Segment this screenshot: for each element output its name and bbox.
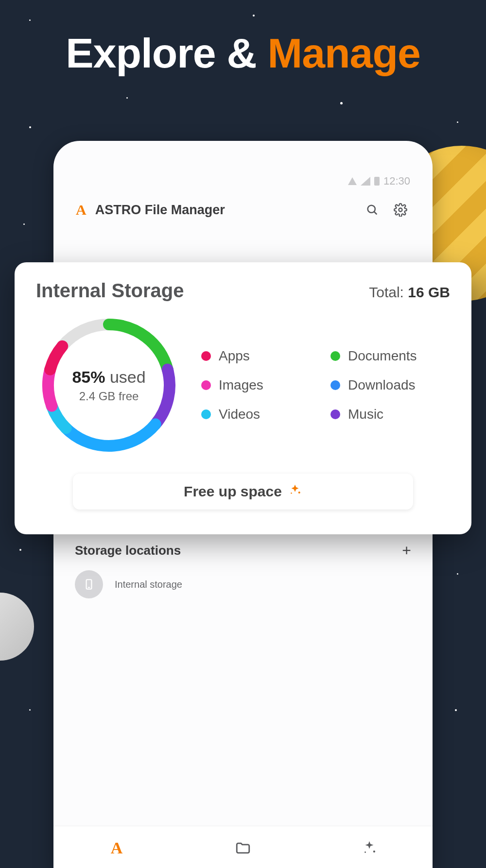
legend-label: Music xyxy=(348,407,383,422)
sparkle-icon xyxy=(361,840,378,856)
legend-label: Videos xyxy=(219,407,260,422)
legend-label: Images xyxy=(219,377,263,393)
wifi-icon xyxy=(348,177,357,185)
legend-dot-icon xyxy=(201,409,211,419)
signal-icon xyxy=(361,177,370,186)
nav-files-button[interactable] xyxy=(233,838,253,858)
folder-icon xyxy=(235,840,251,856)
app-logo-icon: A xyxy=(76,202,87,218)
svg-point-18 xyxy=(364,851,366,853)
app-logo-icon: A xyxy=(111,839,123,857)
legend-dot-icon xyxy=(330,380,340,390)
legend-label: Apps xyxy=(219,348,250,364)
add-location-button[interactable]: + xyxy=(402,542,411,560)
search-button[interactable] xyxy=(363,200,382,220)
location-row[interactable]: Internal storage xyxy=(69,567,417,601)
svg-line-1 xyxy=(374,212,377,215)
app-title: ASTRO File Manager xyxy=(95,203,354,218)
free-up-space-label: Free up space xyxy=(184,483,282,500)
storage-total: Total: 16 GB xyxy=(369,284,450,301)
bottom-nav: A xyxy=(53,826,433,868)
legend-dot-icon xyxy=(330,351,340,361)
svg-point-26 xyxy=(298,492,300,494)
legend-item: Downloads xyxy=(330,377,450,393)
storage-legend: AppsDocumentsImagesDownloadsVideosMusic xyxy=(201,348,450,422)
search-icon xyxy=(365,203,379,217)
storage-percent: 85% used xyxy=(72,368,145,387)
status-time: 12:30 xyxy=(383,175,410,187)
sparkle-icon xyxy=(288,483,302,501)
legend-dot-icon xyxy=(201,380,211,390)
marketing-headline: Explore & Manage xyxy=(0,29,486,77)
legend-dot-icon xyxy=(330,409,340,419)
free-up-space-button[interactable]: Free up space xyxy=(73,474,413,510)
phone-storage-icon xyxy=(75,570,103,598)
legend-item: Music xyxy=(330,407,450,422)
location-label: Internal storage xyxy=(115,579,182,590)
svg-point-0 xyxy=(368,205,375,213)
svg-point-17 xyxy=(373,850,375,852)
battery-icon xyxy=(374,177,380,186)
storage-title: Internal Storage xyxy=(36,280,184,302)
svg-point-2 xyxy=(399,208,402,212)
gear-icon xyxy=(394,203,407,217)
nav-home-button[interactable]: A xyxy=(106,838,127,858)
legend-label: Downloads xyxy=(348,377,416,393)
settings-button[interactable] xyxy=(391,200,410,220)
legend-item: Documents xyxy=(330,348,450,364)
headline-part2: Manage xyxy=(268,30,420,76)
headline-part1: Explore & xyxy=(66,30,267,76)
storage-summary-card: Internal Storage Total: 16 GB 85% used 2… xyxy=(15,262,471,534)
planet-decoration xyxy=(0,593,34,661)
legend-item: Apps xyxy=(201,348,321,364)
legend-dot-icon xyxy=(201,351,211,361)
storage-usage-ring: 85% used 2.4 GB free xyxy=(36,312,182,458)
legend-item: Videos xyxy=(201,407,321,422)
storage-free: 2.4 GB free xyxy=(79,390,139,403)
app-bar: A ASTRO File Manager xyxy=(53,191,433,224)
legend-item: Images xyxy=(201,377,321,393)
legend-label: Documents xyxy=(348,348,417,364)
locations-title: Storage locations xyxy=(75,543,181,558)
status-bar: 12:30 xyxy=(53,175,433,191)
svg-point-27 xyxy=(291,493,292,494)
nav-clean-button[interactable] xyxy=(359,838,380,858)
